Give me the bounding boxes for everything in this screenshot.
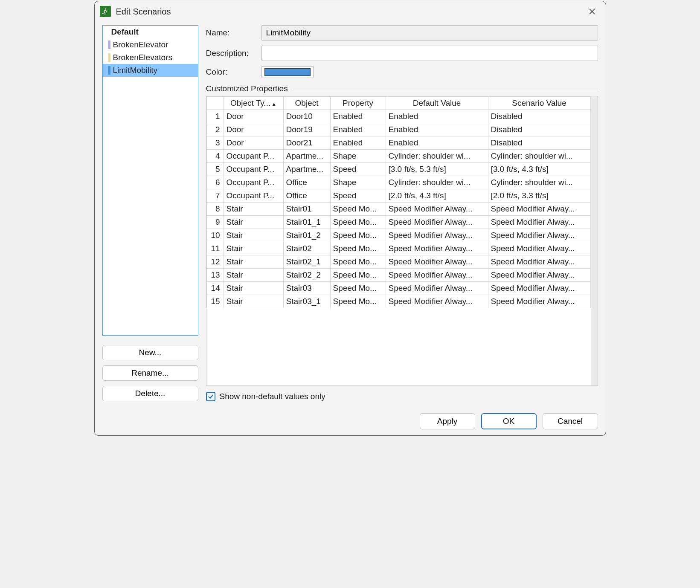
cancel-button[interactable]: Cancel (543, 413, 598, 429)
table-cell[interactable]: Speed (330, 163, 386, 176)
table-cell[interactable]: Enabled (330, 136, 386, 150)
table-cell[interactable]: Apartme... (283, 163, 330, 176)
table-cell[interactable]: Enabled (386, 136, 488, 150)
table-cell[interactable]: Apartme... (283, 150, 330, 163)
scenario-list[interactable]: DefaultBrokenElevatorBrokenElevatorsLimi… (102, 25, 198, 336)
table-cell[interactable]: [2.0 ft/s, 3.3 ft/s] (488, 189, 590, 203)
table-cell[interactable]: Speed Mo... (330, 203, 386, 216)
table-cell[interactable]: Stair (224, 282, 283, 295)
table-row[interactable]: 3DoorDoor21EnabledEnabledDisabled (206, 136, 590, 150)
table-cell[interactable]: Occupant P... (224, 163, 283, 176)
table-cell[interactable]: Occupant P... (224, 150, 283, 163)
table-row[interactable]: 15StairStair03_1Speed Mo...Speed Modifie… (206, 295, 590, 308)
scenario-item-brokenelevators[interactable]: BrokenElevators (103, 51, 198, 64)
table-cell[interactable]: Enabled (330, 123, 386, 136)
table-cell[interactable]: Speed Mo... (330, 255, 386, 269)
table-cell[interactable]: Door (224, 110, 283, 123)
table-cell[interactable]: Speed Modifier Alway... (386, 295, 488, 308)
scenario-item-default[interactable]: Default (103, 26, 198, 38)
table-cell[interactable]: Disabled (488, 110, 590, 123)
table-row[interactable]: 11StairStair02Speed Mo...Speed Modifier … (206, 242, 590, 255)
table-cell[interactable]: Stair (224, 255, 283, 269)
table-cell[interactable]: Stair (224, 295, 283, 308)
table-cell[interactable]: Speed Modifier Alway... (488, 229, 590, 242)
table-row[interactable]: 5Occupant P...Apartme...Speed[3.0 ft/s, … (206, 163, 590, 176)
column-header[interactable]: Property (330, 97, 386, 110)
table-cell[interactable]: Stair (224, 269, 283, 282)
color-swatch-button[interactable] (261, 66, 314, 78)
table-cell[interactable]: Speed Mo... (330, 216, 386, 229)
scenario-item-brokenelevator[interactable]: BrokenElevator (103, 38, 198, 51)
rename-button[interactable]: Rename... (102, 365, 198, 381)
new-button[interactable]: New... (102, 345, 198, 360)
table-cell[interactable]: Speed Mo... (330, 282, 386, 295)
table-cell[interactable]: Stair03_1 (283, 295, 330, 308)
table-cell[interactable]: Stair (224, 229, 283, 242)
properties-table-scroll[interactable]: Object Ty...▲ObjectPropertyDefault Value… (206, 96, 591, 385)
table-cell[interactable]: Speed Modifier Alway... (488, 242, 590, 255)
table-row[interactable]: 4Occupant P...Apartme...ShapeCylinder: s… (206, 150, 590, 163)
table-cell[interactable]: Door10 (283, 110, 330, 123)
show-non-default-checkbox[interactable] (206, 392, 215, 401)
table-cell[interactable]: Stair (224, 203, 283, 216)
table-cell[interactable]: Speed Modifier Alway... (386, 269, 488, 282)
table-cell[interactable]: Door21 (283, 136, 330, 150)
table-cell[interactable]: Speed Modifier Alway... (386, 282, 488, 295)
table-cell[interactable]: Speed Modifier Alway... (488, 255, 590, 269)
vertical-scrollbar[interactable] (591, 96, 598, 385)
table-cell[interactable]: Enabled (386, 110, 488, 123)
table-row[interactable]: 7Occupant P...OfficeSpeed[2.0 ft/s, 4.3 … (206, 189, 590, 203)
table-cell[interactable]: Speed Modifier Alway... (386, 255, 488, 269)
table-cell[interactable]: Cylinder: shoulder wi... (488, 176, 590, 189)
table-cell[interactable]: Shape (330, 150, 386, 163)
table-cell[interactable]: Stair (224, 242, 283, 255)
ok-button[interactable]: OK (481, 413, 537, 429)
table-cell[interactable]: Speed Modifier Alway... (488, 295, 590, 308)
table-cell[interactable]: Office (283, 176, 330, 189)
table-cell[interactable]: Speed Modifier Alway... (488, 203, 590, 216)
table-row[interactable]: 12StairStair02_1Speed Mo...Speed Modifie… (206, 255, 590, 269)
table-cell[interactable]: Stair02 (283, 242, 330, 255)
table-cell[interactable]: Stair01 (283, 203, 330, 216)
table-cell[interactable]: Enabled (330, 110, 386, 123)
table-row[interactable]: 14StairStair03Speed Mo...Speed Modifier … (206, 282, 590, 295)
table-cell[interactable]: Cylinder: shoulder wi... (386, 176, 488, 189)
table-cell[interactable]: [3.0 ft/s, 4.3 ft/s] (488, 163, 590, 176)
table-cell[interactable]: Enabled (386, 123, 488, 136)
table-cell[interactable]: Speed Mo... (330, 242, 386, 255)
table-row[interactable]: 9StairStair01_1Speed Mo...Speed Modifier… (206, 216, 590, 229)
table-cell[interactable]: Stair02_2 (283, 269, 330, 282)
column-header[interactable]: Object (283, 97, 330, 110)
table-cell[interactable]: Cylinder: shoulder wi... (386, 150, 488, 163)
table-row[interactable]: 8StairStair01Speed Mo...Speed Modifier A… (206, 203, 590, 216)
table-cell[interactable]: Disabled (488, 123, 590, 136)
table-cell[interactable]: Occupant P... (224, 176, 283, 189)
close-button[interactable] (584, 4, 600, 19)
table-cell[interactable]: Speed Mo... (330, 229, 386, 242)
header-rownum[interactable] (206, 97, 224, 110)
table-cell[interactable]: Door (224, 123, 283, 136)
table-cell[interactable]: Speed Mo... (330, 295, 386, 308)
table-row[interactable]: 2DoorDoor19EnabledEnabledDisabled (206, 123, 590, 136)
properties-table[interactable]: Object Ty...▲ObjectPropertyDefault Value… (206, 96, 591, 308)
table-cell[interactable]: Speed (330, 189, 386, 203)
column-header[interactable]: Object Ty...▲ (224, 97, 283, 110)
description-field[interactable] (261, 46, 598, 61)
table-cell[interactable]: Speed Mo... (330, 269, 386, 282)
table-cell[interactable]: Speed Modifier Alway... (386, 229, 488, 242)
table-cell[interactable]: Speed Modifier Alway... (488, 282, 590, 295)
table-row[interactable]: 1DoorDoor10EnabledEnabledDisabled (206, 110, 590, 123)
table-row[interactable]: 13StairStair02_2Speed Mo...Speed Modifie… (206, 269, 590, 282)
apply-button[interactable]: Apply (420, 413, 475, 429)
table-row[interactable]: 6Occupant P...OfficeShapeCylinder: shoul… (206, 176, 590, 189)
scenario-item-limitmobility[interactable]: LimitMobility (103, 64, 198, 77)
table-cell[interactable]: Speed Modifier Alway... (386, 242, 488, 255)
table-cell[interactable]: [3.0 ft/s, 5.3 ft/s] (386, 163, 488, 176)
delete-button[interactable]: Delete... (102, 386, 198, 401)
table-row[interactable]: 10StairStair01_2Speed Mo...Speed Modifie… (206, 229, 590, 242)
table-cell[interactable]: Cylinder: shoulder wi... (488, 150, 590, 163)
table-cell[interactable]: Stair01_1 (283, 216, 330, 229)
table-cell[interactable]: Speed Modifier Alway... (488, 269, 590, 282)
table-cell[interactable]: Stair (224, 216, 283, 229)
name-field[interactable] (261, 25, 598, 41)
